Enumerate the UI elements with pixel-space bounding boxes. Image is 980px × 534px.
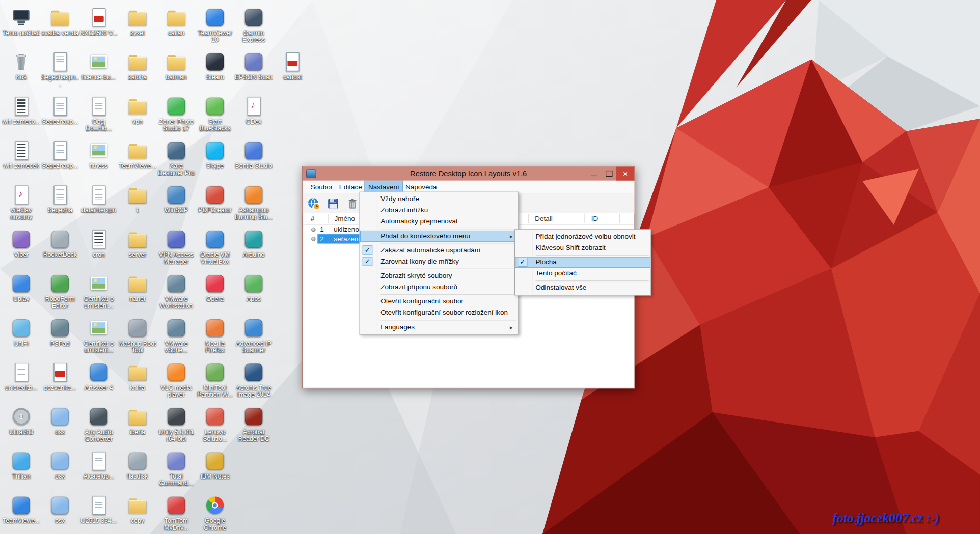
desktop-icon-svatba-venda[interactable]: svatba venda	[41, 6, 79, 48]
desktop-icon-server[interactable]: server	[119, 228, 156, 270]
desktop-icon-osx[interactable]: osx	[41, 405, 79, 447]
desktop-icon-segezhaxp[interactable]: Segezhaxp...	[41, 139, 79, 182]
menu-item-vzdy-nahore[interactable]: Vždy nahoře	[360, 193, 518, 205]
column-header-jmeno[interactable]: Jméno	[334, 215, 355, 222]
desktop-icon-any-audio-converter[interactable]: Any Audio Converter	[80, 405, 118, 447]
delete-layout-button[interactable]	[344, 195, 361, 212]
desktop-icon-teamviewe[interactable]: TeamViewe...	[3, 494, 40, 534]
desktop-icon-rocketdock[interactable]: RocketDock	[41, 228, 79, 270]
desktop-icon-acronis-true-image-2014[interactable]: Acronis True Image 2014	[235, 361, 273, 403]
desktop-icon-opera[interactable]: Opera	[196, 272, 234, 315]
desktop-icon-t[interactable]: t	[119, 184, 156, 226]
desktop-icon-google-chrome[interactable]: Google Chrome	[196, 494, 234, 534]
desktop-icon-iberia[interactable]: iberia	[119, 405, 156, 447]
close-button[interactable]: ×	[616, 167, 635, 181]
desktop-icon-segezha[interactable]: Segezha	[41, 184, 79, 226]
desktop-icon-apps[interactable]: Apps	[235, 272, 273, 315]
menu-item-pridat-jednorazove-volbu-obnovit[interactable]: Přidat jednorázové volbu obnovit	[515, 231, 650, 242]
desktop-icon-fitness[interactable]: fitness	[80, 139, 118, 182]
minimize-button[interactable]	[586, 167, 601, 181]
desktop-icon-unicreditb[interactable]: unicreditb...	[3, 361, 40, 403]
desktop-icon-wifi-zameco[interactable]: wifi zameco...	[3, 95, 40, 137]
menu-item-otevrit-konfiguracni-soubor-rozlozeni-ikon[interactable]: Otevřít konfigurační soubor rozložení ik…	[360, 307, 518, 319]
menu-item-automaticky-prejmenovat[interactable]: Automaticky přejmenovat	[360, 216, 518, 228]
menu-item-zobrazit-mrizku[interactable]: Zobrazit mřížku	[360, 205, 518, 216]
menubar-item-napoveda[interactable]: Nápověda	[402, 181, 440, 192]
desktop-icon-ashampoo-burning-stu[interactable]: Ashampoo Burning Stu...	[235, 184, 273, 226]
desktop-icon-mozilla-firefox[interactable]: Mozilla Firefox	[196, 317, 234, 359]
desktop-icon-vmware-vsphe[interactable]: VMware vSphe...	[157, 317, 195, 359]
menubar-item-soubor[interactable]: Soubor	[308, 181, 336, 192]
desktop-icon-trillian[interactable]: Trillian	[3, 449, 40, 492]
desktop-icon-ultraiso[interactable]: UltraISO	[3, 405, 40, 447]
window-titlebar[interactable]: Restore Desktop Icon Layouts v1.6 ×	[303, 167, 635, 181]
desktop-icon-certifikat-o-umisteni[interactable]: Certifikát o umístění...	[80, 317, 118, 359]
menu-item-tento-pocitac[interactable]: Tento počítač	[515, 268, 650, 279]
desktop-icon-datainterxpn[interactable]: datainterxpn	[80, 184, 118, 226]
desktop-icon-segezhaxpn[interactable]: Segezhaxpn...	[41, 50, 79, 93]
desktop-icon-bontia-studio[interactable]: Bontia Studio	[235, 139, 273, 182]
menu-item-zakazat-automaticke-usporadani[interactable]: ✓Zakázat automatické uspořádání	[360, 245, 518, 256]
maximize-button[interactable]	[601, 167, 616, 181]
desktop-icon-skype[interactable]: Skype	[196, 139, 234, 182]
desktop-icon-uplay[interactable]: Uplay	[3, 272, 40, 315]
desktop-icon-callan[interactable]: callan	[157, 6, 195, 48]
desktop-icon-total-command[interactable]: Total Command...	[157, 449, 195, 492]
menubar-item-editace[interactable]: Editace	[336, 181, 365, 192]
desktop-icon-teamviewe[interactable]: TeamViewe...	[119, 139, 156, 182]
menu-item-pridat-do-kontextoveho-menu[interactable]: Přidat do kontextového menu►	[360, 231, 518, 242]
desktop-icon-vmware-workstation[interactable]: VMware Workstation	[157, 272, 195, 315]
desktop-icon-winscp[interactable]: WinSCP	[157, 184, 195, 226]
desktop-icon-nanet[interactable]: nanet	[119, 272, 156, 315]
desktop-icon-unity-5-0-0f1-64-bit[interactable]: Unity 5.0.0f1 (64-bit)	[157, 405, 195, 447]
desktop-icon-vlc-media-player[interactable]: VLC media player	[157, 361, 195, 403]
desktop-icon-ibm-notes[interactable]: IBM Notes	[196, 449, 234, 492]
desktop-icon-tomtom-mydriv[interactable]: TomTom MyDriv...	[157, 494, 195, 534]
desktop-icon-teamviewer-10[interactable]: TeamViewer 10	[196, 6, 234, 48]
desktop-icon-zoner-photo-studio-17[interactable]: Zoner Photo Studio 17	[157, 95, 195, 137]
menu-item-klavesou-shift-zobrazit[interactable]: Klávesou Shift zobrazit	[515, 242, 650, 254]
desktop-icon-osx[interactable]: osx	[41, 449, 79, 492]
desktop-icon-cron[interactable]: cron	[80, 228, 118, 270]
desktop-icon-flasdisk[interactable]: flasdisk	[119, 449, 156, 492]
desktop-icon-roboform-editor[interactable]: RoboForm Editor	[41, 272, 79, 315]
desktop-icon-cadost[interactable]: cadost	[274, 50, 311, 93]
desktop-icon-copy[interactable]: copy	[119, 494, 156, 534]
desktop-icon-viteclav-novotny[interactable]: vitečlav novotny	[3, 184, 40, 226]
desktop-icon-licence-bu[interactable]: licence-bu...	[80, 50, 118, 93]
desktop-icon-garmin-express[interactable]: Garmin Express	[235, 6, 273, 48]
desktop-icon-oracle-vm-virtualbox[interactable]: Oracle VM VirtualBox	[196, 228, 234, 270]
desktop-icon-pdfcreator[interactable]: PDFCreator	[196, 184, 234, 226]
menu-item-odinstalovat-vse[interactable]: Odinstalovat vše	[515, 283, 650, 294]
menu-item-zobrazit-priponu-souboru[interactable]: Zobrazit příponu souborů	[360, 282, 518, 293]
desktop-icon-alcatelop[interactable]: Alcatelop...	[80, 449, 118, 492]
desktop-icon-batman[interactable]: batman	[157, 50, 195, 93]
desktop-icon-unifi[interactable]: UniFi	[3, 317, 40, 359]
column-header-item[interactable]: #	[311, 215, 315, 222]
save-layout-button[interactable]	[324, 195, 341, 212]
menu-item-otevrit-konfiguracni-soubor[interactable]: Otevřít konfigurační soubor	[360, 296, 518, 307]
desktop-icon-u2515-334[interactable]: U2515 334...	[80, 494, 118, 534]
desktop-icon-kos[interactable]: Koš	[3, 50, 40, 93]
desktop-icon-artisteer-4[interactable]: Artisteer 4	[80, 361, 118, 403]
menu-item-zobrazit-skryte-soubory[interactable]: Zobrazit skryté soubory	[360, 270, 518, 282]
desktop-icon-zyxel[interactable]: zyxel	[119, 6, 156, 48]
menu-item-plocha[interactable]: ✓Plocha	[515, 257, 650, 268]
desktop-icon-mashup-root-tool[interactable]: Mashup Root Tool	[119, 317, 156, 359]
column-header-id[interactable]: ID	[591, 215, 598, 222]
desktop-icon-xara-designer-pro-x9-32[interactable]: Xara Designer Pro X9 (32 ...	[157, 139, 195, 182]
desktop-icon-viber[interactable]: Viber	[3, 228, 40, 270]
desktop-icon-obgj-downlo[interactable]: Obgj Downlo...	[80, 95, 118, 137]
desktop-icon-kniha[interactable]: kniha	[119, 361, 156, 403]
desktop-icon-advanced-ip-scanner[interactable]: Advanced IP Scanner	[235, 317, 273, 359]
desktop-icon-arduino[interactable]: Arduino	[235, 228, 273, 270]
desktop-icon-segezhaxp[interactable]: Segezhaxp...	[41, 95, 79, 137]
desktop-icon-epson-scan[interactable]: EPSON Scan	[235, 50, 273, 93]
desktop-icon-pspad[interactable]: PSPad	[41, 317, 79, 359]
desktop-icon-osx[interactable]: osx	[41, 494, 79, 534]
desktop-icon-lenovo-solutio[interactable]: Lenovo Solutio...	[196, 405, 234, 447]
desktop-icon-start-bluestacks[interactable]: Start BlueStacks	[196, 95, 234, 137]
desktop-icon-pozvanka[interactable]: pozvanka...	[41, 361, 79, 403]
desktop-icon-zaloha[interactable]: zaloha	[119, 50, 156, 93]
desktop-icon-cdex[interactable]: CDex	[235, 95, 273, 137]
